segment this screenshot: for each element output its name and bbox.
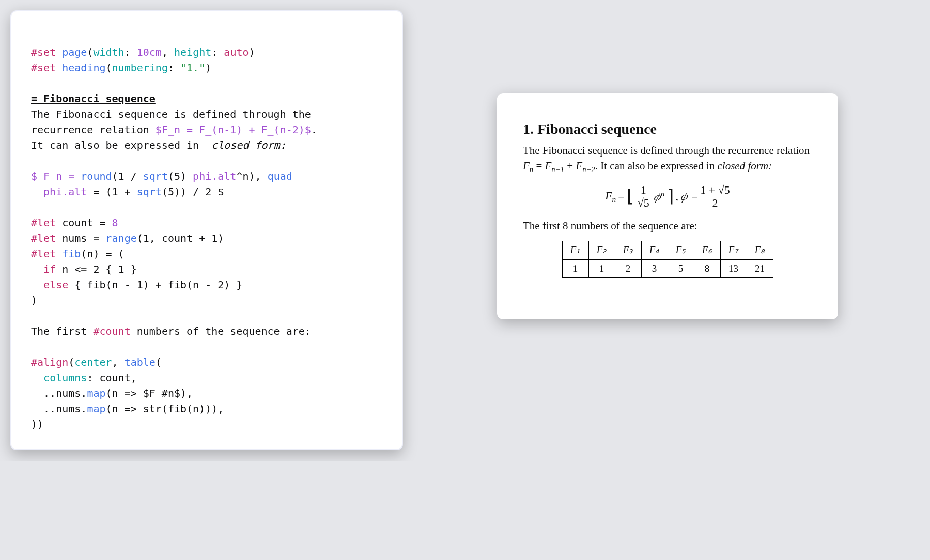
fn-round: round bbox=[81, 170, 112, 182]
math-block: = (1 + bbox=[87, 185, 136, 198]
ident-nums: nums bbox=[62, 232, 87, 244]
fn-table: table bbox=[125, 356, 156, 368]
math-F: Fn−1 bbox=[545, 160, 564, 172]
table-cell: 2 bbox=[615, 259, 641, 278]
math-plus: + bbox=[564, 160, 576, 172]
fn-range: range bbox=[106, 232, 137, 244]
table-cell: 8 bbox=[694, 259, 720, 278]
heading-markup: = Fibonacci sequence bbox=[31, 92, 156, 105]
keyword-let: #let bbox=[31, 232, 56, 244]
keyword-set: #set bbox=[31, 46, 56, 58]
phi-alt: phi.alt bbox=[31, 185, 87, 198]
val-width: 10cm bbox=[137, 46, 162, 58]
para-text: It can also be expressed in bbox=[31, 139, 205, 151]
map-args: (n => $F_#n$), bbox=[106, 387, 193, 399]
keyword-let: #let bbox=[31, 216, 56, 229]
arg-height: height bbox=[174, 46, 211, 58]
table-header-cell: F₄ bbox=[641, 241, 668, 259]
table-row: 1 1 2 3 5 8 13 21 bbox=[562, 259, 773, 278]
range-args: (1, count + 1) bbox=[137, 232, 224, 244]
fn-fib: fib bbox=[62, 247, 81, 260]
para-text: The first bbox=[31, 325, 93, 337]
para-text: . It can also be expressed in bbox=[595, 160, 718, 172]
rendered-paragraph: The Fibonacci sequence is defined throug… bbox=[523, 143, 812, 175]
keyword-let: #let bbox=[31, 247, 56, 260]
inline-math: $F_n = F_(n-1) + F_(n-2)$ bbox=[156, 123, 311, 136]
hash-count: #count bbox=[93, 325, 130, 337]
math-F: Fn−2 bbox=[576, 160, 595, 172]
display-equation: Fn = ⌊ 1 √5 𝜙n ⌉ , 𝜙 = 1 + √5 2 bbox=[523, 184, 812, 209]
ident-count: count bbox=[62, 216, 93, 229]
table-header-cell: F₆ bbox=[694, 241, 720, 259]
table-cell: 13 bbox=[720, 259, 747, 278]
table-cell: 21 bbox=[747, 259, 773, 278]
math-block: (5) bbox=[168, 170, 193, 182]
closed-form-text: closed form: bbox=[718, 160, 772, 172]
math-eq: = bbox=[533, 160, 545, 172]
table-cell: 1 bbox=[562, 259, 588, 278]
para-text: The Fibonacci sequence is defined throug… bbox=[523, 144, 810, 157]
para-text: numbers of the sequence are: bbox=[131, 325, 311, 337]
fib-sig: (n) = ( bbox=[81, 247, 124, 260]
emphasis: _closed form:_ bbox=[205, 139, 292, 151]
arg-columns: columns bbox=[43, 371, 87, 384]
rendered-output-panel: 1. Fibonacci sequence The Fibonacci sequ… bbox=[497, 93, 838, 319]
math-block: $ F_n = bbox=[31, 170, 81, 182]
para-text: . bbox=[311, 123, 317, 136]
arg-center: center bbox=[74, 356, 112, 368]
source-code-panel: #set page(width: 10cm, height: auto) #se… bbox=[10, 10, 403, 450]
else-body: { fib(n - 1) + fib(n - 2) } bbox=[68, 278, 242, 291]
close-paren: ) bbox=[31, 294, 37, 306]
fn-map: map bbox=[87, 402, 105, 415]
map-line: ..nums. bbox=[31, 387, 87, 399]
val-numbering: "1." bbox=[180, 61, 205, 74]
para-text: The Fibonacci sequence is defined throug… bbox=[31, 108, 311, 120]
table-cell: 3 bbox=[641, 259, 668, 278]
map-line: ..nums. bbox=[31, 402, 87, 415]
rendered-heading: 1. Fibonacci sequence bbox=[523, 119, 812, 139]
val-count: 8 bbox=[112, 216, 118, 229]
table-header-cell: F₃ bbox=[615, 241, 641, 259]
val-auto: auto bbox=[224, 46, 249, 58]
table-header-cell: F₁ bbox=[562, 241, 588, 259]
para-text: recurrence relation bbox=[31, 123, 156, 136]
math-block: (1 / bbox=[112, 170, 143, 182]
if-cond: n <= 2 { 1 } bbox=[56, 263, 137, 275]
fibonacci-table: F₁ F₂ F₃ F₄ F₅ F₆ F₇ F₈ 1 1 2 3 5 8 13 2… bbox=[562, 241, 773, 278]
fn-quad: quad bbox=[268, 170, 292, 182]
table-cell: 5 bbox=[668, 259, 694, 278]
paren: ( bbox=[68, 356, 74, 368]
keyword-set: #set bbox=[31, 61, 56, 74]
table-header-cell: F₇ bbox=[720, 241, 747, 259]
math-block: ^n), bbox=[236, 170, 267, 182]
keyword-else: else bbox=[43, 278, 68, 291]
fn-map: map bbox=[87, 387, 105, 399]
arg-numbering: numbering bbox=[112, 61, 168, 74]
first-n-text: The first 8 numbers of the sequence are: bbox=[523, 219, 812, 234]
fn-sqrt: sqrt bbox=[137, 185, 162, 198]
columns-val: : count, bbox=[87, 371, 136, 384]
table-header-cell: F₅ bbox=[668, 241, 694, 259]
table-cell: 1 bbox=[588, 259, 615, 278]
table-header-cell: F₈ bbox=[747, 241, 773, 259]
table-header-cell: F₂ bbox=[588, 241, 615, 259]
keyword-align: #align bbox=[31, 356, 68, 368]
arg-width: width bbox=[93, 46, 124, 58]
math-F: Fn bbox=[523, 160, 533, 172]
table-row: F₁ F₂ F₃ F₄ F₅ F₆ F₇ F₈ bbox=[562, 241, 773, 259]
math-block: (5)) / 2 $ bbox=[162, 185, 224, 198]
fn-sqrt: sqrt bbox=[143, 170, 168, 182]
fn-page: page bbox=[62, 46, 87, 58]
close-paren: )) bbox=[31, 418, 43, 430]
map-args: (n => str(fib(n))), bbox=[106, 402, 224, 415]
keyword-if: if bbox=[43, 263, 56, 275]
paren: ( bbox=[156, 356, 162, 368]
fn-heading: heading bbox=[62, 61, 105, 74]
phi-alt: phi.alt bbox=[193, 170, 236, 182]
render-wrap: 1. Fibonacci sequence The Fibonacci sequ… bbox=[415, 10, 920, 319]
